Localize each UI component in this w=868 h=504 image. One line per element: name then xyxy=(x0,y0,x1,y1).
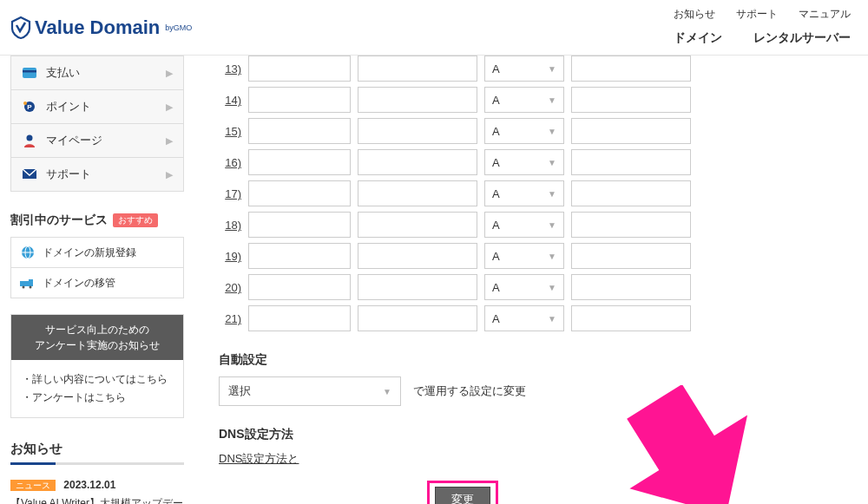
promo-item-label: ドメインの移管 xyxy=(43,276,115,291)
dns-row: 19)A▼ xyxy=(219,243,858,269)
header-link-manual[interactable]: マニュアル xyxy=(799,7,851,22)
dns-host-input[interactable] xyxy=(248,180,351,206)
dns-host-input[interactable] xyxy=(248,305,351,331)
dns-type-select[interactable]: A▼ xyxy=(484,212,564,238)
dns-value-input[interactable] xyxy=(358,56,477,82)
dns-type-value: A xyxy=(492,94,500,107)
caret-down-icon: ▼ xyxy=(548,189,556,199)
dns-row-number: 21) xyxy=(219,312,241,325)
survey-form-link[interactable]: ・アンケートはこちら xyxy=(22,390,173,405)
header-bottom-links: ドメイン レンタルサーバー xyxy=(674,30,851,46)
promo-item-register[interactable]: ドメインの新規登録 xyxy=(11,238,183,268)
dns-type-value: A xyxy=(492,312,500,325)
point-icon: P xyxy=(22,99,37,115)
dns-host-input[interactable] xyxy=(248,56,351,82)
dns-type-value: A xyxy=(492,156,500,169)
header-nav-domain[interactable]: ドメイン xyxy=(674,30,722,46)
header-link-support[interactable]: サポート xyxy=(736,7,778,22)
dns-row: 21)A▼ xyxy=(219,305,858,331)
sidebar-item-label: 支払い xyxy=(46,65,80,81)
logo-mark-icon xyxy=(10,16,31,40)
dns-row-number: 13) xyxy=(219,62,241,75)
dns-host-input[interactable] xyxy=(248,212,351,238)
auto-select-value: 選択 xyxy=(228,383,251,399)
survey-header-line1: サービス向上のための xyxy=(16,322,178,337)
submit-button[interactable]: 変更 xyxy=(435,487,490,504)
dns-host-input[interactable] xyxy=(248,243,351,269)
caret-down-icon: ▼ xyxy=(548,220,556,230)
dns-value-input[interactable] xyxy=(358,180,477,206)
dns-row-number: 14) xyxy=(219,94,241,107)
dns-value-input[interactable] xyxy=(358,243,477,269)
header-link-news[interactable]: お知らせ xyxy=(674,7,715,22)
dns-method-link[interactable]: DNS設定方法と xyxy=(219,452,299,465)
dns-row: 13)A▼ xyxy=(219,56,858,82)
dns-type-select[interactable]: A▼ xyxy=(484,243,564,269)
dns-value-input[interactable] xyxy=(358,149,477,175)
sidebar-item-support[interactable]: サポート▶ xyxy=(10,158,184,192)
dns-type-select[interactable]: A▼ xyxy=(484,149,564,175)
dns-value-input[interactable] xyxy=(358,87,477,113)
caret-down-icon: ▼ xyxy=(383,387,391,396)
chevron-right-icon: ▶ xyxy=(166,135,173,147)
sidebar-menu: 支払い▶Pポイント▶マイページ▶サポート▶ xyxy=(10,56,184,192)
sidebar-item-label: サポート xyxy=(46,167,91,182)
dns-host-input[interactable] xyxy=(248,87,351,113)
dns-type-select[interactable]: A▼ xyxy=(484,87,564,113)
sidebar-item-mypage[interactable]: マイページ▶ xyxy=(10,124,184,158)
news-item[interactable]: ニュース 2023.12.01 【Value AI Writer】大規模アップデ… xyxy=(10,479,184,504)
dns-extra-input[interactable] xyxy=(571,274,691,300)
promo-box: ドメインの新規登録 ドメインの移管 xyxy=(10,237,184,298)
dns-extra-input[interactable] xyxy=(571,87,691,113)
dns-extra-input[interactable] xyxy=(571,305,691,331)
dns-value-input[interactable] xyxy=(358,118,477,144)
dns-host-input[interactable] xyxy=(248,274,351,300)
survey-detail-link[interactable]: ・詳しい内容についてはこちら xyxy=(22,372,173,387)
dns-type-select[interactable]: A▼ xyxy=(484,180,564,206)
sidebar-item-point[interactable]: Pポイント▶ xyxy=(10,90,184,124)
promo-item-label: ドメインの新規登録 xyxy=(43,245,136,260)
header-top-links: お知らせ サポート マニュアル xyxy=(674,7,851,22)
svg-point-13 xyxy=(30,286,32,289)
dns-type-select[interactable]: A▼ xyxy=(484,274,564,300)
auto-setting-row: 選択 ▼ で運用する設定に変更 xyxy=(219,376,858,406)
dns-value-input[interactable] xyxy=(358,212,477,238)
promo-item-transfer[interactable]: ドメインの移管 xyxy=(11,268,183,298)
dns-type-value: A xyxy=(492,250,500,263)
dns-type-select[interactable]: A▼ xyxy=(484,305,564,331)
svg-point-12 xyxy=(23,286,25,289)
dns-value-input[interactable] xyxy=(358,305,477,331)
dns-type-select[interactable]: A▼ xyxy=(484,118,564,144)
svg-rect-0 xyxy=(23,68,36,78)
caret-down-icon: ▼ xyxy=(548,95,556,105)
dns-extra-input[interactable] xyxy=(571,180,691,206)
chevron-right-icon: ▶ xyxy=(166,169,173,180)
dns-row-number: 16) xyxy=(219,156,241,169)
dns-row: 16)A▼ xyxy=(219,149,858,175)
dns-extra-input[interactable] xyxy=(571,243,691,269)
dns-extra-input[interactable] xyxy=(571,56,691,82)
caret-down-icon: ▼ xyxy=(548,252,556,261)
dns-row: 18)A▼ xyxy=(219,212,858,238)
news-tag: ニュース xyxy=(10,480,56,491)
sidebar-item-label: マイページ xyxy=(46,133,102,148)
card-icon xyxy=(22,65,37,81)
dns-host-input[interactable] xyxy=(248,118,351,144)
dns-host-input[interactable] xyxy=(248,149,351,175)
dns-extra-input[interactable] xyxy=(571,212,691,238)
header-nav-server[interactable]: レンタルサーバー xyxy=(753,30,851,46)
dns-extra-input[interactable] xyxy=(571,149,691,175)
svg-rect-11 xyxy=(29,279,33,286)
header: Value Domain byGMO お知らせ サポート マニュアル ドメイン … xyxy=(0,0,868,56)
dns-row: 20)A▼ xyxy=(219,274,858,300)
dns-row-number: 17) xyxy=(219,187,241,200)
chevron-right-icon: ▶ xyxy=(166,101,173,113)
logo[interactable]: Value Domain byGMO xyxy=(10,7,192,40)
dns-type-select[interactable]: A▼ xyxy=(484,56,564,82)
sidebar-item-card[interactable]: 支払い▶ xyxy=(10,56,184,90)
auto-setting-select[interactable]: 選択 ▼ xyxy=(219,376,401,406)
survey-header: サービス向上のための アンケート実施のお知らせ xyxy=(11,315,183,360)
dns-value-input[interactable] xyxy=(358,274,477,300)
dns-extra-input[interactable] xyxy=(571,118,691,144)
news-body-text: 【Value AI Writer】大規模アップデート！新機能&GPT-4対応プラ… xyxy=(10,497,183,504)
